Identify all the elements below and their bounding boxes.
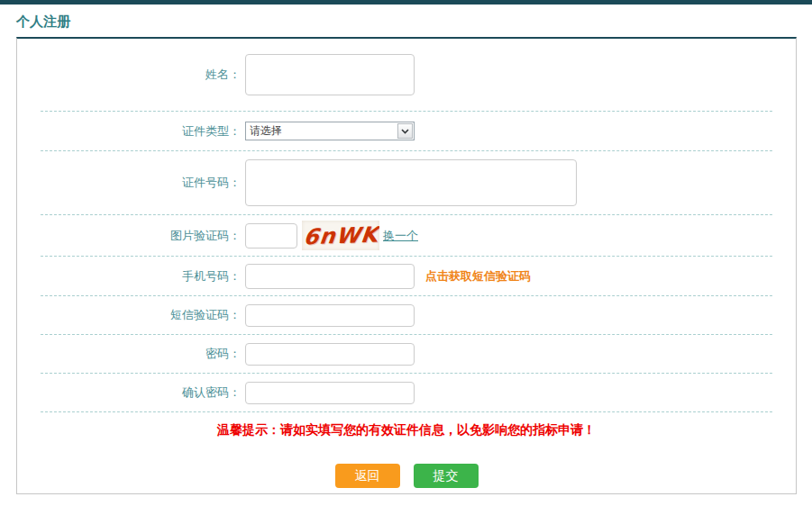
warning-text: 温馨提示：请如实填写您的有效证件信息，以免影响您的指标申请！ [217, 422, 596, 438]
captcha-code-text: 6nWK [302, 221, 379, 249]
form-row-id-number: 证件号码： [17, 151, 796, 214]
sms-code-label: 短信验证码： [17, 307, 241, 323]
form-row-sms-code: 短信验证码： [17, 296, 796, 334]
form-row-id-type: 证件类型： 请选择 [17, 112, 796, 150]
phone-label: 手机号码： [17, 268, 241, 285]
password-input[interactable] [245, 343, 415, 366]
back-button[interactable]: 返回 [335, 464, 400, 488]
form-row-password: 密码： [17, 335, 796, 373]
warning-row: 温馨提示：请如实填写您的有效证件信息，以免影响您的指标申请！ [17, 412, 796, 448]
id-number-input[interactable] [245, 159, 577, 206]
name-input[interactable] [245, 54, 415, 95]
confirm-password-input[interactable] [245, 382, 415, 404]
submit-button[interactable]: 提交 [414, 464, 479, 488]
button-row: 返回 提交 [17, 464, 796, 488]
captcha-refresh-link[interactable]: 换一个 [383, 228, 418, 244]
name-label: 姓名： [17, 67, 241, 83]
password-label: 密码： [17, 346, 241, 362]
captcha-label: 图片验证码： [17, 228, 241, 244]
id-type-select[interactable]: 请选择 [245, 122, 415, 140]
captcha-input[interactable] [245, 223, 297, 248]
form-row-phone: 手机号码： 点击获取短信验证码 [17, 257, 796, 295]
id-number-label: 证件号码： [17, 175, 241, 191]
registration-form-panel: 姓名： 证件类型： 请选择 证件号码： 图片验证码： 6nWK [16, 37, 797, 494]
sms-code-input[interactable] [245, 304, 415, 327]
get-sms-code-link[interactable]: 点击获取短信验证码 [425, 268, 531, 285]
captcha-image[interactable]: 6nWK [302, 221, 379, 250]
chevron-down-icon[interactable] [397, 123, 413, 139]
confirm-password-label: 确认密码： [17, 384, 241, 401]
id-type-selected-value: 请选择 [246, 123, 282, 139]
top-accent-bar [0, 0, 812, 5]
form-row-confirm-password: 确认密码： [17, 374, 796, 411]
page-title: 个人注册 [16, 14, 812, 31]
id-type-label: 证件类型： [17, 123, 241, 140]
phone-input[interactable] [245, 264, 415, 289]
form-row-captcha: 图片验证码： 6nWK 换一个 [17, 215, 796, 256]
form-row-name: 姓名： [17, 39, 796, 111]
